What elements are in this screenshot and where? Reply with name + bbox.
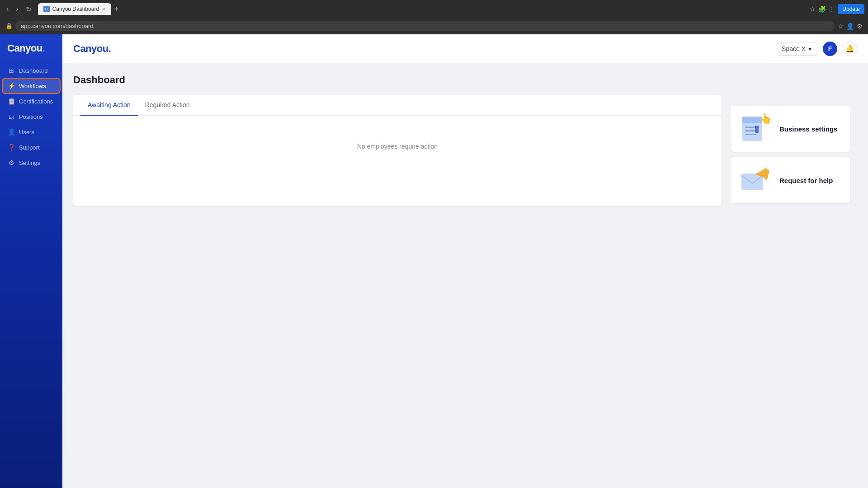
empty-state-message: No employees require action bbox=[357, 143, 438, 150]
bell-icon: 🔔 bbox=[845, 44, 854, 53]
page-title: Dashboard bbox=[73, 74, 857, 86]
logo-dot: . bbox=[42, 42, 45, 54]
svg-text:✓: ✓ bbox=[755, 126, 758, 129]
star-icon[interactable]: ☆ bbox=[810, 5, 816, 13]
new-tab-button[interactable]: + bbox=[111, 4, 122, 15]
forward-button[interactable]: › bbox=[13, 3, 21, 15]
extensions-icon[interactable]: 🧩 bbox=[818, 5, 826, 13]
header-logo: Canyou. bbox=[73, 43, 111, 55]
settings-icon[interactable]: ⚙ bbox=[857, 23, 863, 30]
header-right: Space X ▾ F 🔔 bbox=[776, 42, 857, 56]
tabs-container: Awaiting Action Required Action No emplo… bbox=[73, 95, 722, 206]
update-button[interactable]: Update bbox=[838, 4, 864, 14]
positions-icon: 🗂 bbox=[7, 113, 15, 120]
tab-title: Canyou Dashboard bbox=[52, 6, 99, 12]
sidebar-item-users[interactable]: 👤 Users bbox=[3, 125, 60, 139]
request-help-title: Request for help bbox=[779, 176, 833, 185]
notification-button[interactable]: 🔔 bbox=[843, 42, 857, 56]
request-help-icon bbox=[738, 164, 774, 196]
sidebar-logo: Canyou. bbox=[0, 34, 62, 63]
business-settings-title: Business settings bbox=[779, 124, 837, 134]
business-settings-label: Business settings bbox=[779, 125, 837, 133]
business-settings-icon: ✓ 👆 bbox=[738, 113, 774, 145]
chevron-down-icon: ▾ bbox=[808, 45, 811, 52]
browser-nav-area: ‹ › ↻ bbox=[4, 3, 34, 15]
tab-close-button[interactable]: ✕ bbox=[102, 6, 106, 12]
address-input[interactable] bbox=[15, 21, 834, 31]
tab-favicon: C bbox=[43, 6, 50, 12]
dashboard-layout: Awaiting Action Required Action No emplo… bbox=[73, 95, 857, 214]
settings-icon: ⚙ bbox=[7, 159, 15, 166]
request-help-card[interactable]: Request for help bbox=[731, 157, 850, 203]
sidebar-label-certifications: Certifications bbox=[19, 98, 53, 105]
toolbar-actions: ☆ 👤 ⚙ bbox=[838, 23, 863, 30]
logo-text: Canyou bbox=[7, 42, 42, 54]
tab-required-action[interactable]: Required Action bbox=[138, 95, 197, 116]
svg-rect-4 bbox=[745, 134, 757, 135]
sidebar-item-workflows[interactable]: ⚡ Workflows bbox=[3, 79, 60, 93]
space-name: Space X bbox=[782, 45, 806, 52]
svg-rect-7 bbox=[755, 129, 759, 133]
main-panel: Awaiting Action Required Action No emplo… bbox=[73, 95, 722, 206]
back-button[interactable]: ‹ bbox=[4, 3, 11, 15]
active-tab[interactable]: C Canyou Dashboard ✕ bbox=[38, 3, 111, 15]
svg-text:👆: 👆 bbox=[760, 113, 772, 125]
browser-action-area: ☆ 🧩 ⋮ Update bbox=[810, 4, 864, 14]
users-icon: 👤 bbox=[7, 128, 15, 136]
app-body: Canyou. ⊞ Dashboard ⚡ Workflows 📋 Certif… bbox=[0, 34, 868, 488]
tab-bar: C Canyou Dashboard ✕ + bbox=[38, 3, 807, 15]
sidebar-label-workflows: Workflows bbox=[19, 83, 46, 89]
request-help-label: Request for help bbox=[779, 177, 833, 184]
reload-button[interactable]: ↻ bbox=[23, 3, 34, 15]
avatar-initials: F bbox=[828, 45, 832, 52]
space-selector[interactable]: Space X ▾ bbox=[776, 42, 817, 56]
browser-tab-bar: ‹ › ↻ C Canyou Dashboard ✕ + ☆ 🧩 ⋮ Updat… bbox=[0, 0, 868, 18]
sidebar-item-positions[interactable]: 🗂 Positions bbox=[3, 109, 60, 124]
svg-rect-3 bbox=[745, 130, 755, 131]
sidebar-label-settings: Settings bbox=[19, 160, 40, 166]
logo-full: Canyou. bbox=[73, 43, 111, 54]
sidebar: Canyou. ⊞ Dashboard ⚡ Workflows 📋 Certif… bbox=[0, 34, 62, 488]
right-panel: ✓ 👆 Business settings bbox=[731, 95, 857, 214]
tab-content-awaiting: No employees require action bbox=[73, 116, 722, 206]
sidebar-item-settings[interactable]: ⚙ Settings bbox=[3, 155, 60, 170]
profile-icon[interactable]: 👤 bbox=[846, 23, 854, 30]
dashboard-icon: ⊞ bbox=[7, 67, 15, 74]
sidebar-label-users: Users bbox=[19, 129, 34, 136]
sidebar-item-dashboard[interactable]: ⊞ Dashboard bbox=[3, 63, 60, 78]
content-inner: Dashboard Awaiting Action Required Actio… bbox=[62, 63, 868, 488]
sidebar-label-support: Support bbox=[19, 144, 40, 151]
top-header: Canyou. Space X ▾ F 🔔 bbox=[62, 34, 868, 63]
bookmark-icon[interactable]: ☆ bbox=[838, 23, 844, 30]
certifications-icon: 📋 bbox=[7, 98, 15, 105]
address-bar: 🔒 ☆ 👤 ⚙ bbox=[0, 18, 868, 34]
support-icon: ❓ bbox=[7, 144, 15, 151]
workflows-icon: ⚡ bbox=[7, 82, 15, 89]
tabs-header: Awaiting Action Required Action bbox=[73, 95, 722, 116]
sidebar-item-support[interactable]: ❓ Support bbox=[3, 140, 60, 155]
menu-icon[interactable]: ⋮ bbox=[829, 5, 835, 13]
business-settings-card[interactable]: ✓ 👆 Business settings bbox=[731, 106, 850, 152]
avatar[interactable]: F bbox=[823, 42, 837, 56]
tab-awaiting-action[interactable]: Awaiting Action bbox=[80, 95, 138, 116]
sidebar-nav: ⊞ Dashboard ⚡ Workflows 📋 Certifications… bbox=[0, 63, 62, 170]
sidebar-item-certifications[interactable]: 📋 Certifications bbox=[3, 94, 60, 108]
secure-icon: 🔒 bbox=[5, 23, 13, 29]
content-area: Canyou. Space X ▾ F 🔔 Dashbo bbox=[62, 34, 868, 488]
sidebar-label-positions: Positions bbox=[19, 113, 43, 120]
sidebar-label-dashboard: Dashboard bbox=[19, 67, 48, 74]
